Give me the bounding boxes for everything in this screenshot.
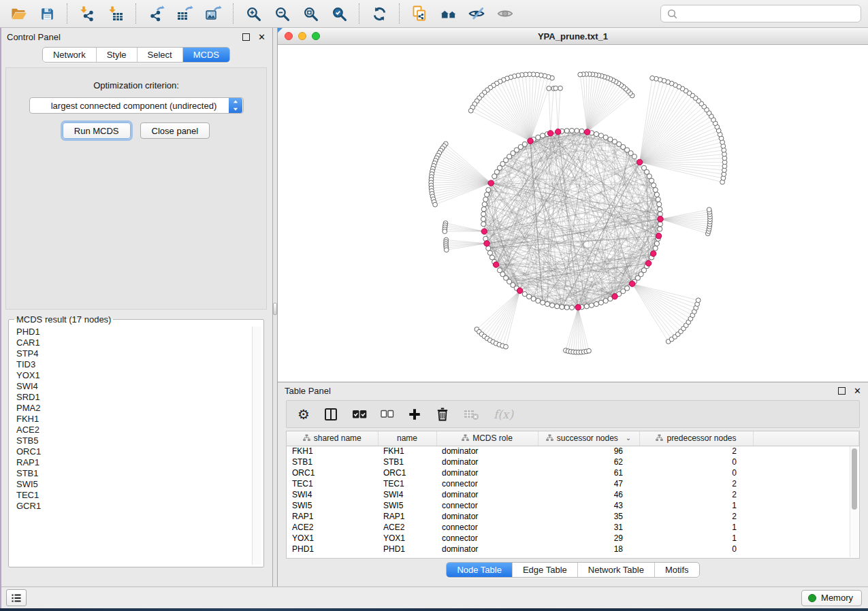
table-cell[interactable]: STB1 <box>378 457 436 467</box>
mcds-result-item[interactable]: ORC1 <box>11 446 252 457</box>
column-header-MCDS-role[interactable]: MCDS role <box>436 431 538 446</box>
splitter-grip[interactable] <box>273 303 277 315</box>
network-graph[interactable] <box>278 45 867 382</box>
close-window-icon[interactable] <box>285 32 293 40</box>
table-cell[interactable]: YOX1 <box>287 533 378 544</box>
table-cell[interactable]: 1 <box>639 500 753 511</box>
deselect-all-button[interactable] <box>381 410 394 418</box>
mcds-result-item[interactable]: SWI5 <box>11 479 252 490</box>
import-table-button[interactable] <box>101 2 130 25</box>
export-image-button[interactable] <box>199 2 227 25</box>
mcds-result-item[interactable]: FKH1 <box>11 414 252 425</box>
close-panel-icon[interactable]: ✕ <box>258 32 266 42</box>
table-cell[interactable]: 47 <box>538 478 639 489</box>
table-cell[interactable]: connector <box>436 478 538 489</box>
table-cell[interactable]: 2 <box>639 478 753 489</box>
table-cell[interactable]: 96 <box>538 446 639 457</box>
column-header-predecessor-nodes[interactable]: predecessor nodes <box>639 431 753 446</box>
copy-network-button[interactable] <box>405 2 434 25</box>
table-cell[interactable]: SWI5 <box>287 500 378 511</box>
panel-splitter[interactable] <box>273 28 278 587</box>
network-titlebar[interactable]: YPA_prune.txt_1 <box>278 28 868 45</box>
mcds-result-item[interactable]: PHD1 <box>11 327 252 337</box>
table-cell[interactable]: 2 <box>639 489 753 500</box>
table-row[interactable]: FKH1FKH1dominator962 <box>287 446 859 457</box>
table-cell[interactable]: 31 <box>538 522 639 533</box>
open-file-button[interactable] <box>4 2 33 25</box>
network-canvas[interactable] <box>278 45 868 382</box>
table-row[interactable]: ACE2ACE2connector311 <box>287 522 859 533</box>
mcds-result-item[interactable]: SRD1 <box>11 392 252 403</box>
minimize-window-icon[interactable] <box>298 32 306 40</box>
tab-mcds[interactable]: MCDS <box>183 48 229 62</box>
float-table-panel-icon[interactable] <box>838 387 846 395</box>
table-cell[interactable]: 0 <box>639 467 753 478</box>
table-row[interactable]: PHD1PHD1dominator180 <box>287 544 859 555</box>
table-row[interactable]: YOX1YOX1connector291 <box>287 533 859 544</box>
table-cell[interactable]: STB1 <box>287 457 378 467</box>
select-all-button[interactable] <box>352 410 367 419</box>
zoom-out-button[interactable] <box>268 2 296 25</box>
tab-network[interactable]: Network <box>43 48 97 62</box>
column-header-successor-nodes[interactable]: successor nodes⌄ <box>538 431 639 446</box>
table-cell[interactable]: YOX1 <box>378 533 436 544</box>
table-cell[interactable]: RAP1 <box>378 511 436 522</box>
first-neighbors-button[interactable] <box>434 2 462 25</box>
show-panels-button[interactable] <box>6 589 27 606</box>
table-cell[interactable]: dominator <box>436 457 538 467</box>
table-cell[interactable]: dominator <box>436 489 538 500</box>
table-row[interactable]: STB1STB1dominator620 <box>287 457 859 467</box>
column-header-shared-name[interactable]: shared name <box>287 431 378 446</box>
mcds-result-item[interactable]: TID3 <box>11 359 252 370</box>
criterion-select[interactable]: largest connected component (undirected) <box>29 97 244 114</box>
mcds-result-item[interactable]: TEC1 <box>11 490 252 501</box>
table-row[interactable]: TEC1TEC1connector472 <box>287 478 859 489</box>
save-session-button[interactable] <box>33 2 61 25</box>
table-cell[interactable]: connector <box>436 533 538 544</box>
show-all-button[interactable] <box>491 2 519 25</box>
table-cell[interactable]: 1 <box>639 522 753 533</box>
tab-motifs[interactable]: Motifs <box>655 563 699 577</box>
table-cell[interactable]: 18 <box>538 544 639 555</box>
table-cell[interactable]: connector <box>436 522 538 533</box>
table-cell[interactable]: SWI5 <box>378 500 436 511</box>
table-cell[interactable]: 35 <box>538 511 639 522</box>
maximize-window-icon[interactable] <box>312 32 320 40</box>
float-panel-icon[interactable] <box>242 33 250 41</box>
refresh-view-button[interactable] <box>365 2 393 25</box>
table-row[interactable]: RAP1RAP1dominator352 <box>287 511 859 522</box>
tab-edge-table[interactable]: Edge Table <box>513 563 578 577</box>
mcds-result-item[interactable]: STB1 <box>11 468 252 479</box>
table-cell[interactable]: ORC1 <box>287 467 378 478</box>
zoom-in-button[interactable] <box>239 2 268 25</box>
hide-selected-button[interactable] <box>462 2 491 25</box>
mcds-result-item[interactable]: ACE2 <box>11 425 252 435</box>
table-scrollbar-thumb[interactable] <box>852 448 857 510</box>
table-cell[interactable]: RAP1 <box>287 511 378 522</box>
table-cell[interactable]: dominator <box>436 511 538 522</box>
column-header-name[interactable]: name <box>378 431 436 446</box>
table-cell[interactable]: 61 <box>538 467 639 478</box>
mcds-result-item[interactable]: YOX1 <box>11 370 252 381</box>
mcds-result-item[interactable]: STP4 <box>11 348 252 359</box>
zoom-fit-button[interactable] <box>296 2 325 25</box>
mcds-result-item[interactable]: CAR1 <box>11 337 252 348</box>
tab-network-table[interactable]: Network Table <box>578 563 655 577</box>
tab-style[interactable]: Style <box>97 48 138 62</box>
run-mcds-button[interactable]: Run MCDS <box>63 122 131 139</box>
tab-node-table[interactable]: Node Table <box>447 563 513 577</box>
table-cell[interactable]: PHD1 <box>378 544 436 555</box>
mcds-result-item[interactable]: RAP1 <box>11 457 252 468</box>
tab-select[interactable]: Select <box>138 48 183 62</box>
table-cell[interactable]: dominator <box>436 544 538 555</box>
table-scrollbar[interactable] <box>850 446 858 557</box>
table-cell[interactable]: 46 <box>538 489 639 500</box>
export-network-button[interactable] <box>142 2 170 25</box>
table-cell[interactable]: FKH1 <box>287 446 378 457</box>
table-cell[interactable]: 1 <box>639 533 753 544</box>
table-settings-button[interactable]: ⚙ <box>298 408 310 421</box>
close-panel-button[interactable]: Close panel <box>140 122 210 139</box>
table-row[interactable]: SWI5SWI5connector431 <box>287 500 859 511</box>
table-cell[interactable]: SWI4 <box>287 489 378 500</box>
mcds-list-scrollbar[interactable] <box>252 327 261 565</box>
